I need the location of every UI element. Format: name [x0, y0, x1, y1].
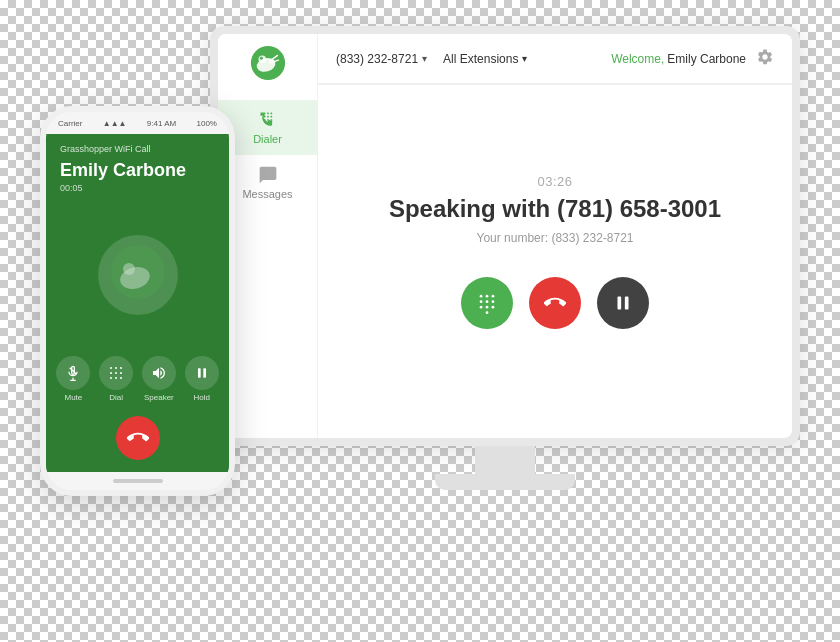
svg-rect-14: [270, 119, 272, 121]
dial-label: Dial: [109, 393, 123, 402]
signal-icon: ▲▲▲: [103, 119, 127, 128]
main-content: (833) 232-8721 ▾ All Extensions ▾ Welcom…: [318, 34, 792, 438]
svg-rect-8: [270, 113, 272, 115]
phone-end-call-area: [46, 410, 229, 472]
svg-rect-9: [263, 116, 265, 118]
grasshopper-logo: [249, 44, 287, 82]
monitor-screen: Dialer Messages (833) 23: [218, 34, 792, 438]
svg-rect-18: [480, 300, 483, 303]
extensions-selector[interactable]: All Extensions ▾: [443, 52, 527, 66]
phone-end-call-button[interactable]: [116, 416, 160, 460]
svg-point-29: [123, 263, 135, 275]
svg-rect-35: [120, 367, 122, 369]
stand-base: [435, 474, 575, 490]
svg-rect-21: [480, 306, 483, 309]
phone-avatar-area: [46, 203, 229, 346]
speaker-label: Speaker: [144, 393, 174, 402]
call-speaking-with: Speaking with (781) 658-3001: [389, 195, 721, 223]
phone-status-bar: Carrier ▲▲▲ 9:41 AM 100%: [46, 112, 229, 134]
header-right: Welcome, Emily Carbone: [611, 48, 774, 69]
mobile-phone: Carrier ▲▲▲ 9:41 AM 100% Grasshopper WiF…: [40, 106, 235, 496]
phone-call-type: Grasshopper WiFi Call: [46, 134, 229, 160]
phone-call-screen: Grasshopper WiFi Call Emily Carbone 00:0…: [46, 134, 229, 472]
user-name: Emily Carbone: [667, 52, 746, 66]
svg-rect-12: [263, 119, 265, 121]
svg-line-32: [70, 368, 77, 375]
desktop-monitor: Dialer Messages (833) 23: [210, 26, 800, 506]
phone-controls: Mute: [46, 346, 229, 410]
monitor-bezel: Dialer Messages (833) 23: [210, 26, 800, 446]
svg-point-3: [259, 57, 262, 60]
svg-rect-37: [115, 372, 117, 374]
phone-number-display: (833) 232-8721: [336, 52, 418, 66]
phone-time: 9:41 AM: [147, 119, 176, 128]
hold-control[interactable]: Hold: [184, 356, 219, 402]
svg-rect-41: [120, 377, 122, 379]
svg-rect-42: [198, 368, 201, 377]
dial-pad-button[interactable]: [461, 277, 513, 329]
mute-control[interactable]: Mute: [56, 356, 91, 402]
extensions-chevron-icon: ▾: [522, 53, 527, 64]
dial-circle: [99, 356, 133, 390]
call-your-number: Your number: (833) 232-8721: [477, 231, 634, 245]
settings-icon[interactable]: [756, 48, 774, 69]
svg-rect-39: [110, 377, 112, 379]
phone-number-selector[interactable]: (833) 232-8721 ▾: [336, 52, 427, 66]
scene: Dialer Messages (833) 23: [40, 26, 800, 616]
stand-neck: [475, 446, 535, 474]
phone-number-chevron-icon: ▾: [422, 53, 427, 64]
hold-label: Hold: [193, 393, 209, 402]
speaker-circle: [142, 356, 176, 390]
svg-rect-26: [625, 297, 629, 310]
svg-rect-34: [115, 367, 117, 369]
svg-rect-23: [492, 306, 495, 309]
mute-label: Mute: [64, 393, 82, 402]
svg-rect-16: [486, 295, 489, 298]
pause-button[interactable]: [597, 277, 649, 329]
phone-avatar: [98, 235, 178, 315]
svg-rect-17: [492, 295, 495, 298]
carrier-label: Carrier: [58, 119, 82, 128]
phone-caller-name: Emily Carbone: [46, 160, 229, 181]
svg-rect-6: [263, 113, 265, 115]
svg-rect-43: [203, 368, 206, 377]
call-buttons: [461, 277, 649, 329]
welcome-text: Welcome,: [611, 52, 664, 66]
sidebar-item-dialer-label: Dialer: [253, 133, 282, 145]
svg-rect-22: [486, 306, 489, 309]
svg-rect-38: [120, 372, 122, 374]
sidebar-item-messages-label: Messages: [242, 188, 292, 200]
svg-rect-15: [480, 295, 483, 298]
svg-rect-25: [618, 297, 622, 310]
svg-rect-11: [270, 116, 272, 118]
svg-rect-20: [492, 300, 495, 303]
mute-circle: [56, 356, 90, 390]
hold-circle: [185, 356, 219, 390]
monitor-stand: [210, 446, 800, 490]
phone-home-bar: [46, 472, 229, 490]
svg-rect-7: [267, 113, 269, 115]
svg-rect-19: [486, 300, 489, 303]
svg-rect-40: [115, 377, 117, 379]
dial-control[interactable]: Dial: [99, 356, 134, 402]
svg-rect-33: [110, 367, 112, 369]
svg-rect-13: [267, 119, 269, 121]
app-header: (833) 232-8721 ▾ All Extensions ▾ Welcom…: [318, 34, 792, 84]
battery-label: 100%: [197, 119, 217, 128]
extensions-label: All Extensions: [443, 52, 518, 66]
speaker-control[interactable]: Speaker: [142, 356, 177, 402]
home-indicator: [113, 479, 163, 483]
call-timer: 03:26: [537, 174, 572, 189]
hang-up-button[interactable]: [529, 277, 581, 329]
svg-rect-24: [486, 311, 489, 314]
svg-rect-36: [110, 372, 112, 374]
svg-rect-10: [267, 116, 269, 118]
phone-duration: 00:05: [46, 181, 229, 203]
call-area: 03:26 Speaking with (781) 658-3001 Your …: [318, 85, 792, 438]
